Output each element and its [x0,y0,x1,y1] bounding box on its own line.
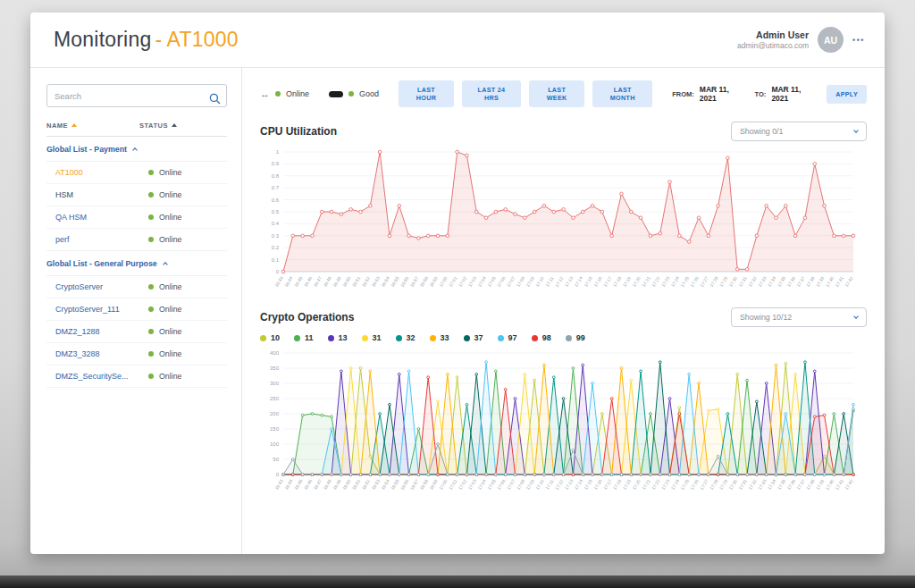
svg-text:17:37: 17:37 [795,478,806,491]
svg-text:17:08: 17:08 [515,478,525,491]
svg-text:17:20: 17:20 [631,275,642,288]
group-header[interactable]: Global List - General Purpose [46,251,227,276]
svg-text:16:46: 16:46 [303,275,314,288]
status-dot [148,374,154,379]
list-item[interactable]: DMZ2_1288Online [46,321,227,343]
svg-text:17:35: 17:35 [776,275,786,288]
search-icon[interactable] [209,89,221,105]
device-status: Online [148,168,227,177]
device-name: DMZ3_3288 [55,349,148,358]
svg-text:17:14: 17:14 [573,275,583,288]
legend-item[interactable]: 97 [498,333,517,342]
svg-text:200: 200 [270,411,280,416]
svg-text:16:58: 16:58 [418,275,429,288]
svg-text:17:03: 17:03 [466,478,477,491]
svg-text:17:28: 17:28 [709,478,719,491]
svg-text:17:38: 17:38 [805,478,816,491]
svg-text:17:25: 17:25 [679,275,690,288]
svg-text:17:26: 17:26 [689,478,700,491]
column-name[interactable]: NAME [46,122,139,130]
legend-item[interactable]: 10 [260,333,280,342]
user-info: Admin User admin@utimaco.com [737,29,809,51]
svg-text:0: 0 [276,269,280,274]
svg-text:16:51: 16:51 [351,478,362,491]
chevron-up-icon [132,147,138,153]
svg-text:17:23: 17:23 [660,275,671,288]
svg-text:0.1: 0.1 [272,257,280,263]
group-header[interactable]: Global List - Payment [46,137,227,162]
column-status[interactable]: STATUS [139,122,227,130]
svg-text:16:59: 16:59 [428,275,439,288]
legend-item[interactable]: 33 [430,333,449,342]
legend-color-dot [294,335,300,341]
cpu-showing-dropdown[interactable]: Showing 0/1 [731,122,867,141]
range-button[interactable]: LAST MONTH [592,80,652,107]
range-button[interactable]: LAST HOUR [399,80,454,107]
list-item[interactable]: HSMOnline [46,184,227,206]
svg-text:0.5: 0.5 [272,209,280,214]
cpu-showing-value: Showing 0/1 [740,127,783,136]
list-item[interactable]: CryptoServerOnline [46,276,227,298]
legend-item[interactable]: 37 [464,333,483,342]
health-legend: Good [329,89,379,98]
legend-item[interactable]: 11 [294,333,314,342]
svg-text:17:07: 17:07 [506,275,516,288]
svg-text:16:47: 16:47 [312,478,323,491]
svg-text:16:54: 16:54 [380,275,390,288]
svg-text:17:11: 17:11 [544,275,555,288]
legend-item[interactable]: 13 [328,333,348,342]
status-dot [148,214,154,220]
chevron-down-icon [853,314,859,319]
range-button[interactable]: LAST WEEK [529,80,584,107]
legend-series-label: 13 [339,333,348,342]
svg-text:16:44: 16:44 [283,478,294,491]
user-name: Admin User [737,29,809,41]
svg-text:16:49: 16:49 [332,478,342,491]
svg-text:17:42: 17:42 [844,478,854,491]
list-item[interactable]: AT1000Online [46,162,227,184]
legend-item[interactable]: 98 [532,333,551,342]
legend-item[interactable]: 31 [362,333,382,342]
svg-text:17:16: 17:16 [592,275,603,288]
crypto-showing-dropdown[interactable]: Showing 10/12 [731,307,867,327]
svg-text:16:50: 16:50 [341,478,352,491]
svg-text:17:16: 17:16 [592,478,603,491]
list-item[interactable]: perfOnline [46,229,227,251]
legend-color-dot [464,335,470,341]
device-status: Online [148,349,227,358]
svg-text:17:41: 17:41 [834,275,844,288]
svg-text:17:27: 17:27 [699,478,709,491]
status-dot [148,329,154,334]
to-date[interactable]: MAR 11, 2021 [771,85,816,103]
svg-text:17:36: 17:36 [785,275,796,288]
svg-text:17:33: 17:33 [757,275,768,288]
svg-text:17:03: 17:03 [466,275,477,288]
page-title-text: Monitoring [54,28,151,51]
online-legend-label: Online [286,89,309,98]
overflow-menu-icon[interactable]: ••• [852,36,865,45]
range-button[interactable]: LAST 24 HRS [462,80,521,107]
svg-text:17:32: 17:32 [747,275,758,288]
svg-text:0.7: 0.7 [272,185,280,190]
device-name: QA HSM [55,213,148,222]
svg-text:16:47: 16:47 [312,275,323,288]
list-item[interactable]: CryptoServer_111Online [46,298,227,321]
bottom-bar [0,575,915,588]
avatar[interactable]: AU [818,27,844,53]
legend-item[interactable]: 32 [396,333,416,342]
list-item[interactable]: DMZ3_3288Online [46,343,227,365]
svg-text:17:34: 17:34 [767,478,777,491]
from-date[interactable]: MAR 11, 2021 [700,85,744,103]
svg-text:16:57: 16:57 [409,275,420,288]
list-item[interactable]: DMZS_SecuritySe...Online [46,365,227,388]
search-input[interactable] [46,84,227,107]
svg-text:16:44: 16:44 [283,275,294,288]
svg-text:17:09: 17:09 [525,478,535,491]
svg-text:17:01: 17:01 [448,275,458,288]
legend-item[interactable]: 99 [566,333,585,342]
device-status: Online [148,190,227,199]
svg-text:150: 150 [270,426,280,432]
status-label: Online [159,190,181,199]
apply-button[interactable]: APPLY [827,85,867,104]
list-item[interactable]: QA HSMOnline [46,206,227,229]
